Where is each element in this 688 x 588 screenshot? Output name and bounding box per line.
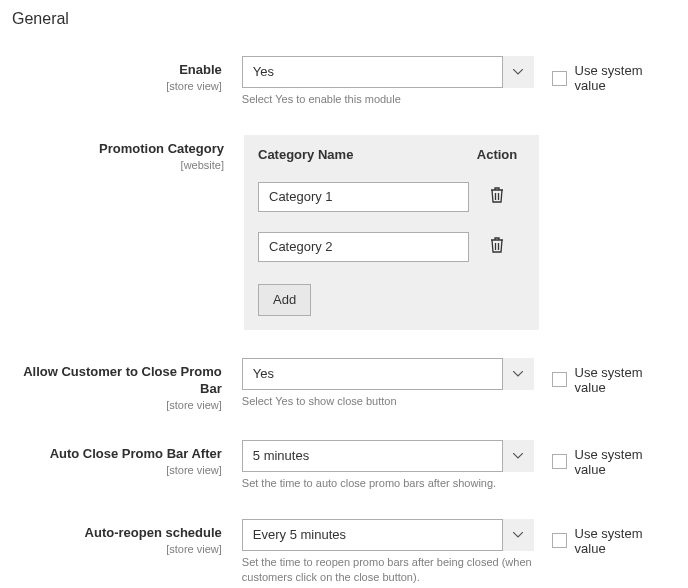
auto-reopen-hint: Set the time to reopen promo bars after … (242, 555, 534, 585)
auto-close-hint: Set the time to auto close promo bars af… (242, 476, 534, 491)
auto-close-select-value: 5 minutes (242, 440, 534, 472)
enable-scope: [store view] (12, 79, 222, 93)
enable-select[interactable]: Yes (242, 56, 534, 88)
enable-hint: Select Yes to enable this module (242, 92, 534, 107)
use-system-value-label: Use system value (575, 526, 676, 556)
auto-close-use-system-checkbox[interactable] (552, 454, 567, 469)
promotion-category-scope: [website] (12, 158, 224, 172)
allow-close-select[interactable]: Yes (242, 358, 534, 390)
add-category-button[interactable]: Add (258, 284, 311, 316)
enable-select-value: Yes (242, 56, 534, 88)
auto-reopen-select-value: Every 5 minutes (242, 519, 534, 551)
auto-reopen-use-system-checkbox[interactable] (552, 533, 567, 548)
section-title: General (12, 10, 676, 28)
use-system-value-label: Use system value (575, 63, 676, 93)
auto-close-scope: [store view] (12, 463, 222, 477)
allow-close-scope: [store view] (12, 398, 222, 412)
category-name-input[interactable]: Category 2 (258, 232, 469, 262)
auto-reopen-scope: [store view] (12, 542, 222, 556)
trash-icon[interactable] (490, 187, 504, 206)
auto-reopen-label: Auto-reopen schedule (12, 525, 222, 542)
category-action-header: Action (469, 147, 525, 162)
category-name-header: Category Name (258, 147, 469, 162)
category-row: Category 1 (244, 172, 539, 222)
trash-icon[interactable] (490, 237, 504, 256)
promotion-category-label: Promotion Category (12, 141, 224, 158)
auto-close-select[interactable]: 5 minutes (242, 440, 534, 472)
allow-close-select-value: Yes (242, 358, 534, 390)
allow-close-label: Allow Customer to Close Promo Bar (12, 364, 222, 398)
auto-close-label: Auto Close Promo Bar After (12, 446, 222, 463)
use-system-value-label: Use system value (575, 365, 676, 395)
category-row: Category 2 (244, 222, 539, 272)
allow-close-use-system-checkbox[interactable] (552, 372, 567, 387)
category-name-input[interactable]: Category 1 (258, 182, 469, 212)
promotion-category-table: Category Name Action Category 1 Category… (244, 135, 539, 330)
enable-use-system-checkbox[interactable] (552, 71, 567, 86)
allow-close-hint: Select Yes to show close button (242, 394, 534, 409)
enable-label: Enable (12, 62, 222, 79)
auto-reopen-select[interactable]: Every 5 minutes (242, 519, 534, 551)
use-system-value-label: Use system value (575, 447, 676, 477)
